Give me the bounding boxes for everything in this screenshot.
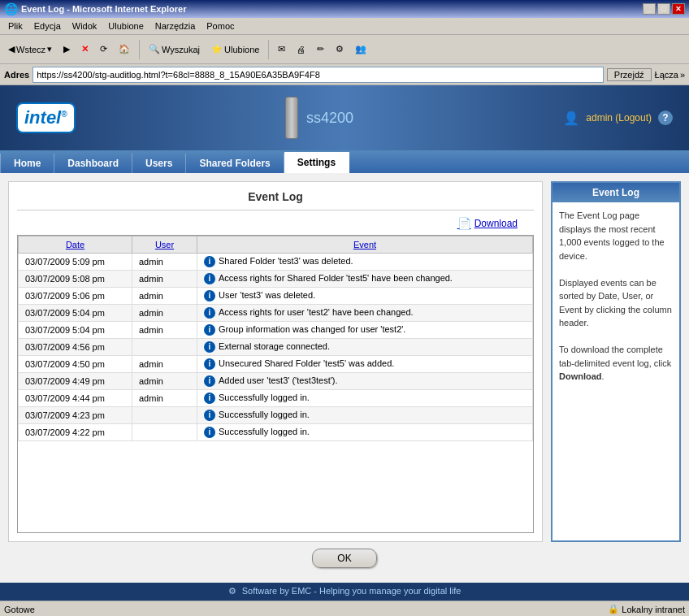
search-button[interactable]: 🔍 Wyszukaj bbox=[145, 41, 204, 57]
cell-user bbox=[132, 407, 197, 424]
cell-event: iUser 'test3' was deleted. bbox=[197, 288, 533, 305]
home-button[interactable]: 🏠 bbox=[115, 41, 134, 57]
cell-date: 03/07/2009 5:08 pm bbox=[19, 271, 132, 288]
cell-event: iExternal storage connected. bbox=[197, 339, 533, 356]
tab-home[interactable]: Home bbox=[0, 154, 54, 173]
forward-arrow-icon: ▶ bbox=[63, 44, 70, 54]
event-log-table: Date User Event 03/07/2009 5:09 pmadmini… bbox=[18, 236, 533, 441]
help-panel: Event Log The Event Log page displays th… bbox=[551, 181, 681, 542]
cell-event: iSuccessfully logged in. bbox=[197, 390, 533, 407]
menu-edycja[interactable]: Edycja bbox=[29, 20, 66, 33]
menu-plik[interactable]: Plik bbox=[3, 20, 28, 33]
cell-date: 03/07/2009 5:04 pm bbox=[19, 305, 132, 322]
lock-icon: 🔒 bbox=[608, 604, 619, 614]
col-header-user[interactable]: User bbox=[132, 236, 197, 254]
download-link[interactable]: 📄 Download bbox=[457, 217, 518, 230]
cell-event: iAccess rights for user 'test2' have bee… bbox=[197, 305, 533, 322]
col-header-date[interactable]: Date bbox=[19, 236, 132, 254]
event-log-table-wrapper[interactable]: Date User Event 03/07/2009 5:09 pmadmini… bbox=[17, 235, 534, 533]
cell-user: admin bbox=[132, 288, 197, 305]
maximize-button[interactable]: □ bbox=[657, 3, 670, 15]
table-row: 03/07/2009 5:08 pmadminiAccess rights fo… bbox=[19, 271, 533, 288]
table-row: 03/07/2009 4:22 pmiSuccessfully logged i… bbox=[19, 424, 533, 441]
tab-settings[interactable]: Settings bbox=[284, 152, 349, 173]
tab-users[interactable]: Users bbox=[132, 154, 186, 173]
footer-icon: ⚙ bbox=[228, 586, 236, 596]
tab-shared-folders[interactable]: Shared Folders bbox=[186, 154, 284, 173]
page-header: intel® ss4200 👤 admin (Logout) ? bbox=[0, 85, 689, 150]
device-name: ss4200 bbox=[306, 110, 353, 127]
table-row: 03/07/2009 4:56 pmiExternal storage conn… bbox=[19, 339, 533, 356]
refresh-button[interactable]: ⟳ bbox=[96, 41, 111, 57]
statusbar: Gotowe 🔒 Lokalny intranet bbox=[0, 601, 689, 616]
info-icon: i bbox=[204, 307, 215, 319]
separator-2 bbox=[268, 40, 269, 59]
back-arrow-icon: ◀ bbox=[8, 44, 15, 54]
user-icon: 👤 bbox=[563, 111, 579, 126]
forward-button[interactable]: ▶ bbox=[59, 41, 74, 57]
help-panel-title: Event Log bbox=[552, 183, 679, 202]
ie-icon: 🌐 bbox=[4, 2, 18, 15]
device-icon bbox=[285, 97, 298, 139]
nav-tabs: Home Dashboard Users Shared Folders Sett… bbox=[0, 150, 689, 173]
links-arrow-icon: » bbox=[680, 70, 685, 80]
cell-date: 03/07/2009 5:06 pm bbox=[19, 288, 132, 305]
cell-event: iAccess rights for Shared Folder 'test5'… bbox=[197, 271, 533, 288]
menu-widok[interactable]: Widok bbox=[67, 20, 102, 33]
back-dropdown-icon[interactable]: ▾ bbox=[47, 44, 52, 54]
mail-button[interactable]: ✉ bbox=[274, 41, 289, 57]
help-panel-body: The Event Log page displays the most rec… bbox=[552, 202, 679, 390]
zone-indicator: 🔒 Lokalny intranet bbox=[608, 604, 685, 614]
table-row: 03/07/2009 5:04 pmadminiGroup informatio… bbox=[19, 322, 533, 339]
address-input[interactable] bbox=[32, 67, 604, 83]
cell-date: 03/07/2009 5:04 pm bbox=[19, 322, 132, 339]
download-row: 📄 Download bbox=[17, 217, 534, 230]
tab-dashboard[interactable]: Dashboard bbox=[54, 154, 132, 173]
cell-user: admin bbox=[132, 373, 197, 390]
menu-ulubione[interactable]: Ulubione bbox=[103, 20, 148, 33]
info-icon: i bbox=[204, 324, 215, 336]
favorites-button[interactable]: ⭐ Ulubione bbox=[207, 41, 263, 57]
menu-pomoc[interactable]: Pomoc bbox=[202, 20, 239, 33]
help-button[interactable]: ? bbox=[658, 111, 673, 125]
cell-event: iAdded user 'test3' ('test3test'). bbox=[197, 373, 533, 390]
info-icon: i bbox=[204, 427, 215, 438]
cell-user: admin bbox=[132, 305, 197, 322]
cell-user: admin bbox=[132, 356, 197, 373]
toolbar: ◀ Wstecz ▾ ▶ ✕ ⟳ 🏠 🔍 Wyszukaj ⭐ Ulubione… bbox=[0, 35, 689, 64]
print-button[interactable]: 🖨 bbox=[292, 42, 310, 57]
stop-button[interactable]: ✕ bbox=[77, 41, 93, 57]
col-header-event[interactable]: Event bbox=[197, 236, 533, 254]
info-icon: i bbox=[204, 273, 215, 284]
links-button[interactable]: Łącza » bbox=[655, 70, 685, 80]
info-icon: i bbox=[204, 393, 215, 404]
ok-button[interactable]: OK bbox=[312, 549, 376, 568]
table-row: 03/07/2009 5:09 pmadminiShared Folder 't… bbox=[19, 254, 533, 271]
intel-logo: intel® bbox=[16, 102, 76, 133]
footer-text: Software by EMC - Helping you manage you… bbox=[242, 586, 462, 596]
info-icon: i bbox=[204, 290, 215, 301]
cell-user: admin bbox=[132, 271, 197, 288]
cell-user bbox=[132, 339, 197, 356]
status-text: Gotowe bbox=[4, 605, 35, 614]
cell-date: 03/07/2009 4:23 pm bbox=[19, 407, 132, 424]
header-user-area: 👤 admin (Logout) ? bbox=[563, 111, 673, 126]
ok-area: OK bbox=[8, 542, 681, 575]
cell-event: iShared Folder 'test3' was deleted. bbox=[197, 254, 533, 271]
footer-bar: ⚙ Software by EMC - Helping you manage y… bbox=[0, 583, 689, 601]
menu-narzedzia[interactable]: Narzędzia bbox=[150, 20, 201, 33]
cell-user: admin bbox=[132, 390, 197, 407]
table-row: 03/07/2009 4:50 pmadminiUnsecured Shared… bbox=[19, 356, 533, 373]
menubar: Plik Edycja Widok Ulubione Narzędzia Pom… bbox=[0, 18, 689, 35]
go-button[interactable]: Przejdź bbox=[607, 68, 652, 81]
window-controls[interactable]: _ □ ✕ bbox=[643, 3, 685, 15]
table-row: 03/07/2009 5:04 pmadminiAccess rights fo… bbox=[19, 305, 533, 322]
people-button[interactable]: 👥 bbox=[351, 41, 370, 57]
close-button[interactable]: ✕ bbox=[672, 3, 685, 15]
tools-button[interactable]: ⚙ bbox=[332, 41, 348, 57]
edit-button[interactable]: ✏ bbox=[313, 41, 328, 57]
back-button[interactable]: ◀ Wstecz ▾ bbox=[4, 41, 56, 57]
main-content-area: Event Log 📄 Download Date User bbox=[8, 181, 543, 542]
minimize-button[interactable]: _ bbox=[643, 3, 656, 15]
user-text[interactable]: admin (Logout) bbox=[586, 112, 652, 124]
